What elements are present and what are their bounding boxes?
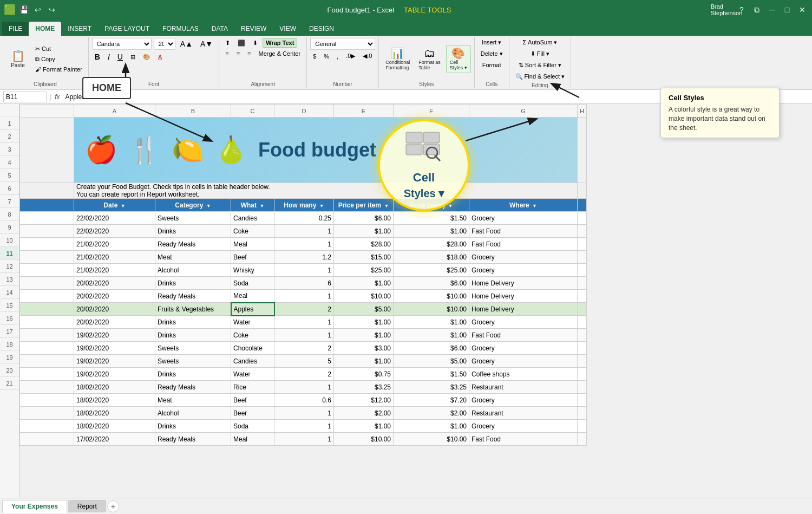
cell-how-many[interactable]: 1 <box>274 225 334 238</box>
number-format-select[interactable]: General <box>310 38 375 50</box>
cell-price-per-active[interactable]: $5.00 <box>334 303 394 316</box>
cell-how-many[interactable]: 1 <box>274 329 334 342</box>
cell-what-active[interactable]: Apples <box>231 303 274 316</box>
tab-file[interactable]: FILE <box>2 22 29 36</box>
cell-how-many[interactable]: 1.2 <box>274 251 334 264</box>
row-10[interactable]: 10 <box>0 234 19 247</box>
cell-price-per[interactable]: $1.00 <box>334 420 394 433</box>
cell-what[interactable]: Beef <box>231 394 274 407</box>
delete-cells-button[interactable]: Delete ▾ <box>478 49 506 58</box>
cell-what[interactable]: Meal <box>231 433 274 446</box>
cell-where[interactable]: Coffee shops <box>469 368 578 381</box>
table-row[interactable]: 19/02/2020 Sweets Candies 5 $1.00 $5.00 … <box>20 355 587 368</box>
cell-date[interactable]: 21/02/2020 <box>74 238 155 251</box>
cell-how-many[interactable]: 2 <box>274 342 334 355</box>
table-row[interactable]: 18/02/2020 Ready Meals Rice 1 $3.25 $3.2… <box>20 381 587 394</box>
save-icon[interactable]: 💾 <box>18 4 29 15</box>
add-sheet-button[interactable]: + <box>107 500 119 512</box>
row-16[interactable]: 16 <box>0 312 19 325</box>
row-18[interactable]: 18 <box>0 338 19 351</box>
cell-date[interactable]: 21/02/2020 <box>74 264 155 277</box>
cell-how-many[interactable]: 1 <box>274 420 334 433</box>
cell-how-many[interactable]: 1 <box>274 238 334 251</box>
cell-where[interactable]: Fast Food <box>469 238 578 251</box>
wrap-text-button[interactable]: Wrap Text <box>263 38 297 48</box>
row-8[interactable]: 8 <box>0 208 19 221</box>
col-category[interactable]: Category ▼ <box>155 199 231 212</box>
cell-category[interactable]: Drinks <box>155 225 231 238</box>
cell-price-per[interactable]: $0.75 <box>334 368 394 381</box>
col-header-F[interactable]: F <box>394 105 469 118</box>
col-header-E[interactable]: E <box>334 105 394 118</box>
cell-price-sum[interactable]: $1.50 <box>394 368 469 381</box>
row-11[interactable]: 11 <box>0 247 19 260</box>
cell-where-active[interactable]: Home Delivery <box>469 303 578 316</box>
cell-price-per[interactable]: $10.00 <box>334 290 394 303</box>
cell-price-sum[interactable]: $3.25 <box>394 381 469 394</box>
col-header-C[interactable]: C <box>231 105 274 118</box>
cut-button[interactable]: ✂ Cut <box>32 44 54 54</box>
cell-where[interactable]: Grocery <box>469 316 578 329</box>
row-13[interactable]: 13 <box>0 273 19 286</box>
cell-where[interactable]: Home Delivery <box>469 290 578 303</box>
col-header-A[interactable]: A <box>74 105 155 118</box>
cell-what[interactable]: Rice <box>231 381 274 394</box>
col-header-H[interactable]: H <box>578 105 587 118</box>
row-6[interactable]: 6 <box>0 182 19 195</box>
tab-report[interactable]: Report <box>68 500 106 512</box>
cell-category[interactable]: Ready Meals <box>155 238 231 251</box>
cell-price-per[interactable]: $1.00 <box>334 225 394 238</box>
table-row[interactable]: 19/02/2020 Drinks Water 2 $0.75 $1.50 Co… <box>20 368 587 381</box>
cell-how-many[interactable]: 5 <box>274 355 334 368</box>
cell-what[interactable]: Coke <box>231 225 274 238</box>
cell-category[interactable]: Sweets <box>155 342 231 355</box>
cell-what[interactable]: Beer <box>231 407 274 420</box>
cell-price-per[interactable]: $6.00 <box>334 212 394 225</box>
help-icon[interactable]: ? <box>736 4 747 15</box>
cell-category[interactable]: Drinks <box>155 316 231 329</box>
align-top-button[interactable]: ⬆ <box>222 38 233 48</box>
table-row[interactable]: 21/02/2020 Ready Meals Meal 1 $28.00 $28… <box>20 238 587 251</box>
cell-how-many[interactable]: 1 <box>274 264 334 277</box>
format-as-table-button[interactable]: 🗂 Format asTable <box>415 45 444 73</box>
align-left-button[interactable]: ≡ <box>222 49 231 58</box>
col-how-many[interactable]: How many ▼ <box>274 199 334 212</box>
cell-date[interactable]: 18/02/2020 <box>74 420 155 433</box>
col-header-D[interactable]: D <box>274 105 334 118</box>
cell-price-per[interactable]: $28.00 <box>334 238 394 251</box>
cell-price-sum[interactable]: $7.20 <box>394 394 469 407</box>
tab-view[interactable]: VIEW <box>273 22 303 36</box>
cell-date[interactable]: 19/02/2020 <box>74 355 155 368</box>
cell-price-sum[interactable]: $28.00 <box>394 238 469 251</box>
decrease-decimal-button[interactable]: ◀.0 <box>360 51 375 61</box>
cell-category[interactable]: Ready Meals <box>155 433 231 446</box>
cell-what[interactable]: Meal <box>231 238 274 251</box>
cell-where[interactable]: Home Delivery <box>469 277 578 290</box>
cell-where[interactable]: Restaurant <box>469 381 578 394</box>
cell-category[interactable]: Ready Meals <box>155 290 231 303</box>
font-color-button[interactable]: A <box>155 53 165 61</box>
cell-category[interactable]: Sweets <box>155 212 231 225</box>
format-painter-button[interactable]: 🖌 Format Painter <box>32 65 85 74</box>
format-cells-button[interactable]: Format <box>480 61 504 69</box>
cell-price-per[interactable]: $1.00 <box>334 277 394 290</box>
sheet-scroll[interactable]: A B C D E F G H 🍎 🍴 <box>19 104 812 498</box>
row-9[interactable]: 9 <box>0 221 19 234</box>
table-row[interactable]: 21/02/2020 Alcohol Whisky 1 $25.00 $25.0… <box>20 264 587 277</box>
col-price-per[interactable]: Price per item ▼ <box>334 199 394 212</box>
tab-your-expenses[interactable]: Your Expenses <box>2 500 67 513</box>
cell-price-per[interactable]: $12.00 <box>334 394 394 407</box>
row-5[interactable]: 5 <box>0 169 19 182</box>
formula-input[interactable] <box>63 92 809 102</box>
cell-how-many[interactable]: 0.25 <box>274 212 334 225</box>
row-20[interactable]: 20 <box>0 364 19 377</box>
row-1[interactable]: 1 <box>0 117 19 130</box>
cell-date[interactable]: 22/02/2020 <box>74 225 155 238</box>
cell-price-sum-active[interactable]: $10.00 <box>394 303 469 316</box>
row-19[interactable]: 19 <box>0 351 19 364</box>
cell-where[interactable]: Fast Food <box>469 225 578 238</box>
tab-design[interactable]: DESIGN <box>303 22 340 36</box>
cell-date[interactable]: 22/02/2020 <box>74 212 155 225</box>
cell-price-per[interactable]: $3.25 <box>334 381 394 394</box>
cell-date[interactable]: 20/02/2020 <box>74 316 155 329</box>
